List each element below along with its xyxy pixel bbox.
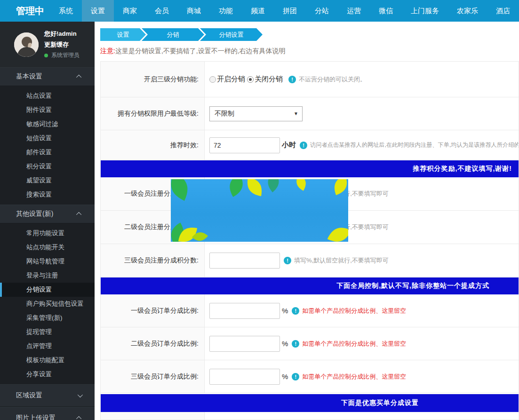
notice: 注意:这里是分销设置,不要搞错了,设置不一样的,右边有具体说明 [100, 47, 519, 55]
text-input[interactable] [209, 137, 280, 153]
notice-text: 这里是分销设置,不要搞错了,设置不一样的,右边有具体说明 [115, 47, 286, 55]
topnav-item-4[interactable]: 商城 [178, 0, 210, 22]
top-navigation: 系统设置商家会员商城功能频道拼团分站运营微信上门服务农家乐酒店 [50, 0, 519, 22]
section-banner-text: 推荐积分奖励,不建议填写,谢谢! [413, 165, 512, 173]
row-label: 二级会员订单分成比例: [101, 327, 205, 360]
topnav-item-6[interactable]: 频道 [242, 0, 274, 22]
sidebar-menu: 基本设置站点设置附件设置敏感词过滤短信设置邮件设置积分设置威望设置搜索设置其他设… [0, 67, 95, 420]
row-content: %!如需单个产品控制分成比例、这里留空 [205, 360, 519, 393]
helper-note: 不运营分销的可以关闭。 [299, 75, 366, 84]
sidebar-item[interactable]: 常用功能设置 [0, 226, 95, 240]
app-title: 管理中心 [0, 0, 50, 22]
chevron-down-icon [78, 392, 83, 397]
update-cache-link[interactable]: 更新缓存 [44, 40, 80, 49]
row-content: !填写%,默认留空就行,不要填写即可 [205, 244, 519, 277]
sidebar: 您好!admin 更新缓存 系统管理员 基本设置站点设置附件设置敏感词过滤短信设… [0, 22, 95, 420]
section-banner-text: 下面是优惠买单分成设置 [341, 399, 419, 407]
form-row: 三级会员订单分成比例:%!如需单个产品控制分成比例、这里留空 [101, 360, 519, 393]
sidebar-item[interactable]: 采集管理(新) [0, 311, 95, 325]
section-banner: 下面全局控制,默认不写,除非你整站一个提成方式 [101, 277, 519, 294]
censor-image [171, 179, 348, 242]
form-row: 推荐时效:小时!访问者点击某推荐人的网址后,在此时间段内注册、下单,均认为是该推… [101, 130, 519, 160]
chevron-up-icon [76, 416, 81, 420]
breadcrumb-segment[interactable]: 分销 [142, 28, 204, 41]
sidebar-item[interactable]: 点评管理 [0, 339, 95, 353]
topnav-item-11[interactable]: 上门服务 [402, 0, 448, 22]
user-role: 系统管理员 [51, 51, 80, 59]
sidebar-item[interactable]: 模板功能配置 [0, 353, 95, 367]
sidebar-section-label: 其他设置(新) [16, 210, 53, 218]
text-input[interactable] [209, 369, 280, 385]
sidebar-section-2: 区域设置 [0, 384, 95, 407]
breadcrumb: 设置分销分销设置 [100, 28, 519, 41]
helper-note: 填写%,默认留空就行,不要填写即可 [294, 256, 389, 265]
topnav-item-9[interactable]: 运营 [338, 0, 370, 22]
sidebar-section-header[interactable]: 图片上传设置 [0, 407, 95, 420]
sidebar-section-0: 基本设置站点设置附件设置敏感词过滤短信设置邮件设置积分设置威望设置搜索设置 [0, 67, 95, 205]
sidebar-section-items: 常用功能设置站点功能开关网站导航管理登录与注册分销设置商户购买短信包设置采集管理… [0, 223, 95, 384]
helper-note: 如需单个产品控制分成比例、这里留空 [302, 372, 406, 381]
breadcrumb-segment[interactable]: 设置 [100, 28, 146, 41]
row-label [101, 412, 205, 420]
form-row: 拥有分销权限用户最低等级:不限制▼ [101, 97, 519, 130]
sidebar-item[interactable]: 分销设置 [0, 283, 95, 297]
sidebar-item[interactable]: 分享设置 [0, 367, 95, 381]
row-label: 推荐时效: [101, 130, 205, 160]
breadcrumb-segment[interactable]: 分销设置 [200, 28, 263, 41]
sidebar-item[interactable]: 邮件设置 [0, 145, 95, 159]
section-banner: 下面是优惠买单分成设置 [101, 394, 519, 412]
text-input[interactable] [209, 253, 280, 269]
text-input[interactable] [209, 336, 280, 352]
topnav-item-3[interactable]: 会员 [146, 0, 178, 22]
leaf-icon [329, 179, 348, 197]
leaf-icon [292, 179, 311, 192]
input-suffix: 小时 [282, 141, 296, 150]
section-banner-text: 下面全局控制,默认不写,除非你整站一个提成方式 [336, 282, 489, 290]
input-suffix: % [282, 372, 288, 380]
radio-button[interactable] [209, 76, 216, 83]
text-input[interactable] [209, 303, 280, 319]
sidebar-section-header[interactable]: 其他设置(新) [0, 205, 95, 223]
row-content [205, 412, 519, 420]
sidebar-item[interactable]: 站点设置 [0, 89, 95, 103]
sidebar-item[interactable]: 登录与注册 [0, 269, 95, 283]
topnav-item-13[interactable]: 酒店 [487, 0, 519, 22]
select-value: 不限制 [215, 110, 234, 118]
avatar [14, 32, 39, 57]
topnav-item-0[interactable]: 系统 [50, 0, 82, 22]
radio-option[interactable]: 关闭分销 [247, 75, 283, 84]
topnav-item-10[interactable]: 微信 [370, 0, 402, 22]
select-dropdown[interactable]: 不限制▼ [209, 106, 303, 121]
topnav-item-5[interactable]: 功能 [210, 0, 242, 22]
topnav-item-7[interactable]: 拼团 [274, 0, 306, 22]
sidebar-item[interactable]: 提现管理 [0, 325, 95, 339]
sidebar-item[interactable]: 网站导航管理 [0, 254, 95, 269]
sidebar-section-header[interactable]: 区域设置 [0, 384, 95, 407]
topnav-item-8[interactable]: 分站 [306, 0, 338, 22]
sidebar-item[interactable]: 站点功能开关 [0, 240, 95, 254]
sidebar-item[interactable]: 积分设置 [0, 159, 95, 174]
row-content: %!如需单个产品控制分成比例、这里留空 [205, 327, 519, 360]
row-content: 不限制▼ [205, 97, 519, 130]
sidebar-item[interactable]: 短信设置 [0, 131, 95, 145]
caret-down-icon: ▼ [294, 111, 298, 116]
sidebar-item[interactable]: 搜索设置 [0, 188, 95, 202]
sidebar-item[interactable]: 附件设置 [0, 103, 95, 117]
sidebar-item[interactable]: 商户购买短信包设置 [0, 297, 95, 311]
info-icon: ! [292, 340, 299, 348]
info-icon: ! [300, 142, 307, 149]
topnav-item-2[interactable]: 商家 [114, 0, 146, 22]
radio-button[interactable] [247, 76, 254, 83]
sidebar-section-header[interactable]: 基本设置 [0, 67, 95, 86]
radio-option[interactable]: 开启分销 [209, 75, 245, 84]
topnav-item-1[interactable]: 设置 [82, 0, 114, 22]
input-suffix: % [282, 340, 288, 348]
sidebar-item[interactable]: 威望设置 [0, 174, 95, 188]
row-content: %!如需单个产品控制分成比例、这里留空 [205, 294, 519, 327]
row-label: 一级会员订单分成比例: [101, 294, 205, 327]
sidebar-item[interactable]: 敏感词过滤 [0, 117, 95, 131]
topnav-item-12[interactable]: 农家乐 [448, 0, 487, 22]
form-row: 二级会员订单分成比例:%!如需单个产品控制分成比例、这里留空 [101, 327, 519, 360]
sidebar-section-items: 站点设置附件设置敏感词过滤短信设置邮件设置积分设置威望设置搜索设置 [0, 86, 95, 205]
sidebar-section-label: 基本设置 [16, 72, 42, 81]
